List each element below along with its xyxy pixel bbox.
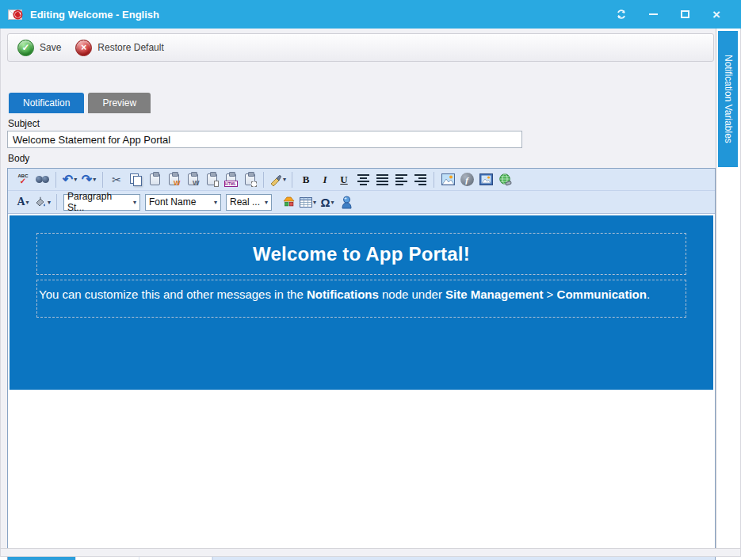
window-title: Editing Welcome - English <box>30 9 611 21</box>
editor-toolbar: ABC ✓ ↶▾ ↷▾ ✂ <box>8 169 715 214</box>
maximize-icon <box>681 10 689 18</box>
format-stripper-button[interactable]: ▾ <box>269 171 287 189</box>
minimize-button[interactable] <box>643 6 663 23</box>
insert-symbol-button[interactable]: Ω▾ <box>319 193 336 211</box>
maximize-button[interactable] <box>674 6 695 23</box>
spellcheck-button[interactable]: ABC ✓ <box>14 171 32 189</box>
underline-button[interactable]: U <box>335 171 353 189</box>
chevron-down-icon: ▾ <box>26 199 29 206</box>
flash-icon: f <box>460 173 474 186</box>
paragraph-block[interactable]: You can customize this and other message… <box>36 280 686 318</box>
chevron-down-icon: ▾ <box>265 199 268 206</box>
subject-label: Subject <box>8 118 40 129</box>
undo-button[interactable]: ↶▾ <box>61 171 78 189</box>
copy-icon <box>130 173 142 185</box>
align-left-button[interactable] <box>392 171 410 189</box>
chevron-down-icon: ▾ <box>48 199 51 206</box>
separator <box>55 172 56 188</box>
paste-from-word-button[interactable]: W <box>165 171 182 189</box>
banner-heading: Welcome to App Portal! <box>253 243 470 265</box>
brush-icon <box>269 173 282 186</box>
link-globe-icon <box>498 173 512 186</box>
image-icon <box>441 173 455 185</box>
paste-from-word-nofont-icon: W <box>188 173 198 185</box>
font-size-dropdown[interactable]: Real ...▾ <box>226 194 272 211</box>
copy-button[interactable] <box>127 171 144 189</box>
editor-toolbar-row-1: ABC ✓ ↶▾ ↷▾ ✂ <box>8 169 715 191</box>
font-color-button[interactable]: A▾ <box>14 193 32 211</box>
align-center-button[interactable] <box>354 171 372 189</box>
chevron-down-icon: ▾ <box>283 176 286 183</box>
spellcheck-icon: ABC ✓ <box>18 173 29 185</box>
chevron-down-icon: ▾ <box>313 199 316 206</box>
find-replace-button[interactable] <box>33 171 51 189</box>
hyperlink-manager-button[interactable] <box>496 171 514 189</box>
paste-markup-icon <box>245 173 255 185</box>
paragraph-style-dropdown[interactable]: Paragraph St...▾ <box>63 194 140 211</box>
underline-icon: U <box>340 173 347 186</box>
separator <box>292 172 292 188</box>
paste-plain-text-button[interactable] <box>203 171 220 189</box>
restore-default-button[interactable]: × Restore Default <box>75 40 163 56</box>
paste-from-word-icon: W <box>169 173 179 185</box>
font-color-icon: A <box>17 196 25 208</box>
minimize-icon <box>649 13 658 15</box>
separator <box>434 172 434 188</box>
separator <box>263 172 264 188</box>
flash-manager-button[interactable]: f <box>458 171 476 189</box>
redo-button[interactable]: ↷▾ <box>80 171 97 189</box>
paste-as-html-button[interactable]: HTML <box>222 171 239 189</box>
image-manager-button[interactable] <box>439 171 456 189</box>
template-manager-button[interactable] <box>338 193 355 211</box>
italic-icon: I <box>323 173 327 186</box>
scissors-icon: ✂ <box>112 173 121 186</box>
tab-preview[interactable]: Preview <box>88 93 151 113</box>
cut-button[interactable]: ✂ <box>108 171 125 189</box>
template-manager-icon <box>341 196 353 209</box>
bold-button[interactable]: B <box>297 171 315 189</box>
subject-input[interactable] <box>7 131 522 148</box>
snippet-manager-button[interactable] <box>280 193 297 211</box>
command-toolbar: ✓ Save × Restore Default <box>7 33 714 62</box>
italic-button[interactable]: I <box>316 171 334 189</box>
align-right-icon <box>414 173 426 185</box>
refresh-button[interactable] <box>611 6 632 23</box>
close-button[interactable]: × <box>706 6 727 23</box>
window-footer <box>0 548 741 557</box>
font-name-dropdown[interactable]: Font Name▾ <box>145 194 221 211</box>
titlebar: Editing Welcome - English × <box>0 0 741 29</box>
insert-table-button[interactable]: ▾ <box>299 193 317 211</box>
paste-as-html-icon: HTML <box>226 173 236 185</box>
align-right-button[interactable] <box>411 171 429 189</box>
save-button[interactable]: ✓ Save <box>17 40 61 56</box>
close-icon: × <box>712 8 720 21</box>
align-justify-button[interactable] <box>373 171 391 189</box>
notification-variables-tab[interactable]: Notification Variables <box>718 31 738 167</box>
chevron-down-icon: ▾ <box>133 199 136 206</box>
align-justify-icon <box>376 173 388 185</box>
paste-button[interactable] <box>146 171 163 189</box>
heading-block[interactable]: Welcome to App Portal! <box>36 233 686 275</box>
align-center-icon <box>357 173 369 185</box>
tab-notification[interactable]: Notification <box>9 93 84 113</box>
paste-from-word-nofont-button[interactable]: W <box>184 171 201 189</box>
background-color-button[interactable]: ▾ <box>33 193 52 211</box>
snippet-icon <box>282 196 296 208</box>
bold-icon: B <box>303 173 310 186</box>
right-panel-rail: Notification Variables <box>716 29 740 548</box>
paste-markup-button[interactable] <box>241 171 258 189</box>
dialog-window: Editing Welcome - English × ✓ Save <box>0 0 741 560</box>
table-icon <box>300 197 312 208</box>
align-left-icon <box>395 173 407 185</box>
binoculars-icon <box>36 175 49 184</box>
rich-text-editor: ABC ✓ ↶▾ ↷▾ ✂ <box>7 168 716 560</box>
editor-design-surface[interactable]: Welcome to App Portal! You can customize… <box>8 214 715 555</box>
top-tabs: Notification Preview <box>9 93 151 113</box>
omega-icon: Ω <box>321 196 330 209</box>
media-manager-button[interactable] <box>477 171 495 189</box>
separator <box>56 194 57 210</box>
window-controls: × <box>611 6 727 23</box>
undo-icon: ↶ <box>63 173 73 186</box>
chevron-down-icon: ▾ <box>74 176 77 183</box>
app-portal-logo-icon <box>8 8 24 21</box>
